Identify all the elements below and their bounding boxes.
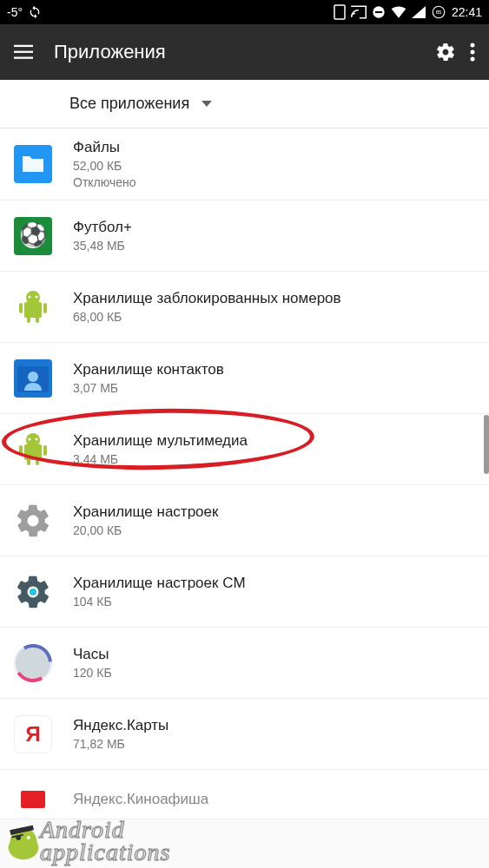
portrait-icon [334,4,346,20]
svg-rect-16 [36,316,39,323]
gear-icon [14,502,52,540]
app-name: Футбол+ [73,219,132,236]
svg-rect-2 [375,11,382,13]
svg-point-39 [27,836,30,839]
clock-time: 22:41 [452,5,482,19]
svg-rect-7 [14,57,33,59]
watermark-line2: applications [40,841,170,865]
status-left: -5° [7,5,42,19]
watermark-pirate-icon [0,812,49,863]
app-item-blocked-numbers-storage[interactable]: Хранилище заблокированных номеров 68,00 … [0,272,489,343]
app-size: 35,48 МБ [73,239,132,253]
svg-point-20 [28,372,38,382]
app-name: Часы [73,646,112,663]
android-icon [14,288,52,326]
app-item-clock[interactable]: Часы 120 КБ [0,628,489,699]
svg-rect-38 [11,834,23,838]
status-right: 85 22:41 [334,4,482,20]
app-item-media-storage[interactable]: Хранилище мультимедиа 3,44 МБ [0,414,489,485]
gear-icon[interactable] [435,42,456,62]
svg-point-29 [30,588,36,595]
app-name: Яндекс.Киноафиша [73,791,208,808]
svg-point-22 [26,433,40,447]
android-icon [14,431,52,469]
svg-point-27 [29,437,31,440]
temperature: -5° [7,5,23,19]
app-name: Хранилище заблокированных номеров [73,290,341,307]
app-size: 104 КБ [73,595,246,608]
app-size: 3,07 МБ [73,381,224,395]
status-bar: -5° 85 22:41 [0,0,489,24]
svg-point-8 [471,43,475,48]
more-icon[interactable] [470,43,475,62]
svg-rect-36 [10,825,34,835]
svg-point-12 [26,291,40,305]
yandex-icon [14,715,52,753]
svg-rect-25 [27,458,30,465]
signal-icon [412,6,426,18]
svg-point-37 [16,835,21,840]
watermark-text: Android applications [40,819,170,865]
do-not-disturb-icon [372,5,386,19]
app-size: 3,44 МБ [73,452,248,466]
scroll-indicator[interactable] [484,415,489,474]
app-size: 20,00 КБ [73,523,218,537]
svg-rect-0 [334,5,345,19]
files-icon [14,145,52,183]
gear-dark-icon [14,573,52,611]
clock-icon [14,644,52,682]
svg-point-10 [471,57,475,62]
svg-rect-14 [43,303,47,313]
app-name: Яндекс.Карты [73,717,169,734]
app-item-yandex-maps[interactable]: Яндекс.Карты 71,82 МБ [0,699,489,770]
page-title: Приложения [54,41,414,63]
app-name: Хранилище настроек CM [73,575,246,592]
app-name: Хранилище мультимедиа [73,432,248,450]
svg-point-18 [36,295,38,298]
filter-label: Все приложения [69,95,189,113]
battery-icon: 85 [431,4,446,20]
hamburger-icon[interactable] [14,44,33,60]
app-size: 71,82 МБ [73,737,169,751]
kino-icon [14,780,52,819]
svg-point-9 [471,50,475,55]
wifi-icon [391,6,406,18]
watermark-line1: Android [40,819,170,842]
svg-rect-13 [19,303,23,313]
football-icon [14,217,52,255]
app-item-cm-settings-storage[interactable]: Хранилище настроек CM 104 КБ [0,556,489,628]
app-name: Хранилище настроек [73,503,218,521]
refresh-icon [28,5,42,19]
svg-point-17 [29,295,31,298]
svg-text:85: 85 [436,10,442,15]
svg-rect-5 [14,45,33,47]
app-bar: Приложения [0,24,489,80]
svg-rect-6 [14,51,33,53]
app-size: 120 КБ [73,666,112,680]
svg-rect-34 [21,791,45,808]
app-size: 68,00 КБ [73,310,341,324]
app-status: Отключено [73,175,136,189]
app-item-football[interactable]: Футбол+ 35,48 МБ [0,201,489,272]
app-item-settings-storage[interactable]: Хранилище настроек 20,00 КБ [0,485,489,556]
app-name: Хранилище контактов [73,361,224,378]
app-list: Файлы 52,00 КБ Отключено Футбол+ 35,48 М… [0,128,489,819]
cast-icon [351,5,367,19]
svg-rect-26 [36,458,39,465]
app-size: 52,00 КБ [73,159,136,173]
app-item-yandex-kino[interactable]: Яндекс.Киноафиша [0,770,489,819]
svg-rect-24 [43,445,47,456]
svg-rect-15 [27,316,30,323]
app-item-contacts-storage[interactable]: Хранилище контактов 3,07 МБ [0,343,489,414]
svg-point-28 [36,437,38,440]
filter-dropdown[interactable]: Все приложения [0,80,489,128]
app-name: Файлы [73,139,136,156]
svg-rect-23 [19,445,23,456]
svg-point-35 [9,836,39,859]
chevron-down-icon [202,101,212,108]
app-item-files[interactable]: Файлы 52,00 КБ Отключено [0,128,489,201]
contacts-icon [14,359,52,398]
